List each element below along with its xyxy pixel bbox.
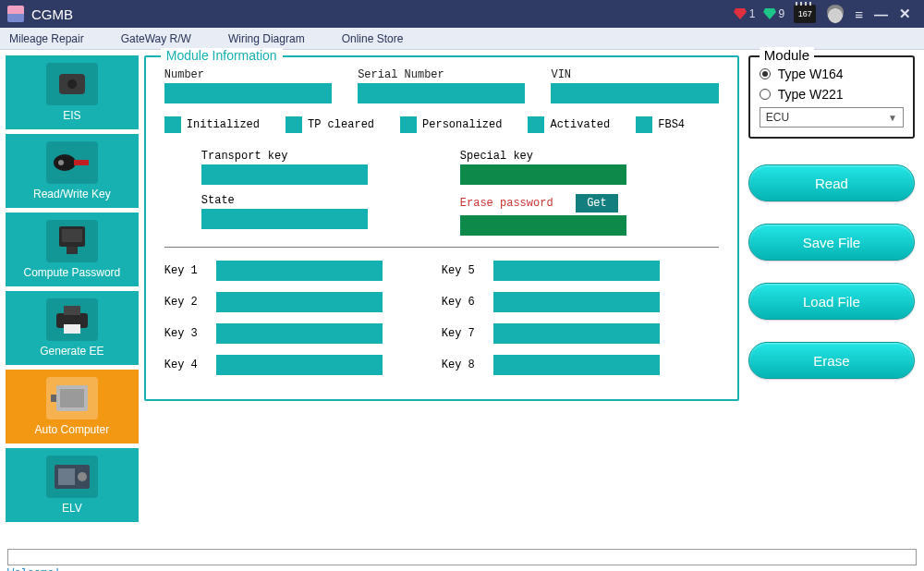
erase-password-field[interactable]: [460, 215, 626, 236]
key3-field[interactable]: [216, 323, 383, 344]
key1-field[interactable]: [216, 261, 383, 281]
app-title: CGMB: [31, 6, 73, 22]
load-file-button[interactable]: Load File: [748, 283, 915, 320]
key4-label: Key 4: [164, 358, 216, 371]
sidebar-item-read-write-key[interactable]: Read/Write Key: [6, 134, 139, 208]
hamburger-menu-icon[interactable]: ≡: [855, 6, 863, 22]
number-field[interactable]: [164, 83, 332, 103]
svg-rect-11: [64, 306, 80, 315]
radio-type-w164[interactable]: Type W164: [760, 67, 904, 81]
vin-field[interactable]: [551, 83, 718, 103]
app-logo-icon: [7, 6, 24, 22]
svg-rect-5: [74, 160, 89, 165]
check-activated[interactable]: Activated: [528, 116, 610, 133]
gem-red-counter: 1: [734, 7, 756, 20]
svg-point-6: [58, 160, 64, 165]
special-key-field[interactable]: [460, 164, 626, 185]
sidebar-item-compute-password[interactable]: Compute Password: [6, 213, 139, 286]
module-information-group: Module Information Number Serial Number …: [144, 55, 739, 401]
svg-rect-15: [51, 395, 56, 402]
password-icon: [46, 220, 98, 262]
chevron-down-icon: ▼: [888, 113, 897, 123]
menu-wiring-diagram[interactable]: Wiring Diagram: [228, 32, 305, 45]
svg-rect-14: [60, 389, 84, 407]
sidebar-item-generate-ee[interactable]: Generate EE: [6, 291, 139, 365]
elv-icon: [46, 456, 98, 498]
svg-point-3: [67, 79, 77, 89]
module-select[interactable]: ECU ▼: [760, 107, 904, 128]
key6-label: Key 6: [442, 296, 493, 309]
close-icon[interactable]: ✕: [899, 6, 911, 22]
sidebar-item-elv[interactable]: ELV: [6, 448, 139, 522]
erase-button[interactable]: Erase: [748, 342, 915, 379]
sidebar: EIS Read/Write Key Compute Password Gene…: [0, 50, 144, 549]
check-tp-cleared[interactable]: TP cleared: [286, 116, 374, 133]
vin-label: VIN: [551, 68, 718, 81]
serial-number-label: Serial Number: [358, 68, 525, 81]
svg-marker-1: [763, 8, 776, 19]
erase-password-label: Erase password: [460, 197, 573, 210]
special-key-label: Special key: [460, 150, 719, 163]
svg-marker-0: [734, 8, 747, 19]
sidebar-item-auto-computer[interactable]: Auto Computer: [6, 370, 139, 443]
check-personalized[interactable]: Personalized: [400, 116, 502, 133]
status-text: Welcome!: [7, 567, 917, 571]
svg-rect-12: [64, 324, 80, 334]
key5-label: Key 5: [442, 264, 493, 277]
key2-label: Key 2: [164, 296, 216, 309]
medal-icon[interactable]: [827, 5, 844, 23]
key5-field[interactable]: [493, 261, 660, 281]
menu-mileage-repair[interactable]: Mileage Repair: [9, 32, 84, 45]
menu-gateway-rw[interactable]: GateWay R/W: [121, 32, 191, 45]
get-button[interactable]: Get: [576, 194, 618, 213]
radio-type-w221[interactable]: Type W221: [760, 87, 904, 102]
key2-field[interactable]: [216, 292, 383, 312]
number-label: Number: [164, 68, 332, 81]
svg-rect-8: [62, 229, 82, 242]
svg-point-4: [54, 154, 76, 171]
titlebar: CGMB 1 9 167 ≡ — ✕: [0, 0, 924, 28]
module-info-legend: Module Information: [161, 48, 283, 63]
minimize-icon[interactable]: —: [874, 6, 888, 22]
serial-number-field[interactable]: [358, 83, 525, 103]
svg-point-18: [78, 472, 87, 481]
gem-green-counter: 9: [763, 7, 785, 20]
state-field[interactable]: [201, 209, 368, 229]
svg-rect-17: [58, 468, 75, 485]
key8-label: Key 8: [442, 358, 493, 371]
key7-label: Key 7: [442, 327, 493, 340]
separator: [164, 247, 719, 248]
module-group: Module Type W164 Type W221 ECU ▼: [748, 55, 915, 139]
check-fbs4[interactable]: FBS4: [636, 116, 685, 133]
ecu-icon: [46, 377, 98, 419]
key6-field[interactable]: [493, 292, 660, 312]
menu-online-store[interactable]: Online Store: [342, 32, 404, 45]
transport-key-field[interactable]: [201, 164, 368, 185]
sidebar-item-eis[interactable]: EIS: [6, 55, 139, 129]
read-button[interactable]: Read: [748, 164, 915, 201]
printer-icon: [46, 298, 98, 341]
transport-key-label: Transport key: [201, 150, 460, 163]
key3-label: Key 3: [164, 327, 216, 340]
calendar-badge[interactable]: 167: [794, 5, 816, 23]
eis-icon: [46, 63, 98, 105]
key4-field[interactable]: [216, 355, 383, 375]
save-file-button[interactable]: Save File: [748, 224, 915, 261]
key1-label: Key 1: [164, 264, 216, 277]
key-icon: [46, 141, 98, 184]
module-legend: Module: [760, 47, 814, 63]
command-input[interactable]: [7, 549, 917, 565]
svg-rect-9: [67, 247, 78, 254]
state-label: State: [201, 194, 460, 207]
module-select-value: ECU: [766, 111, 789, 124]
check-initialized[interactable]: Initialized: [164, 116, 260, 133]
key7-field[interactable]: [493, 323, 660, 344]
key8-field[interactable]: [493, 355, 660, 375]
